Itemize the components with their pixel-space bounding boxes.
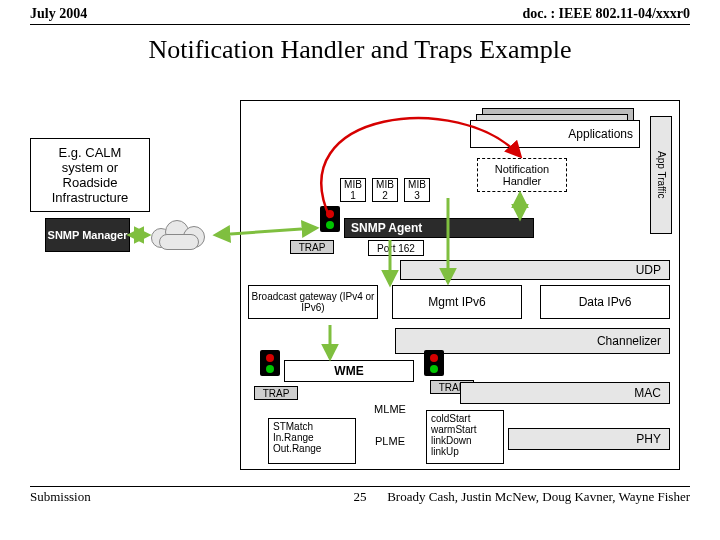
- stmatch-list: STMatch In.Range Out.Range: [268, 418, 356, 464]
- app-traffic-sidebar: App Traffic: [650, 116, 672, 234]
- trap-wme: TRAP: [254, 386, 298, 400]
- mgmt-ipv6: Mgmt IPv6: [392, 285, 522, 319]
- mac-layer: MAC: [460, 382, 670, 404]
- footer-right: Broady Cash, Justin McNew, Doug Kavner, …: [387, 489, 690, 505]
- udp-layer: UDP: [400, 260, 670, 280]
- data-ipv6: Data IPv6: [540, 285, 670, 319]
- footer-left: Submission: [30, 489, 91, 505]
- page-number: 25: [354, 489, 367, 505]
- applications-label: Applications: [568, 127, 633, 141]
- annotation-box: E.g. CALM system or Roadside Infrastruct…: [30, 138, 150, 212]
- header-rule: [30, 24, 690, 25]
- mib-3: MIB 3: [404, 178, 430, 202]
- traffic-light-wme-icon: [260, 350, 280, 376]
- diagram-stage: Applications App Traffic Notification Ha…: [30, 70, 690, 480]
- traffic-light-wme2-icon: [424, 350, 444, 376]
- mib-2: MIB 2: [372, 178, 398, 202]
- plme-label: PLME: [360, 432, 420, 450]
- broadcast-gateway: Broadcast gateway (IPv4 or IPv6): [248, 285, 378, 319]
- header-docnum: doc. : IEEE 802.11-04/xxxr0: [522, 6, 690, 22]
- trap-agent: TRAP: [290, 240, 334, 254]
- applications-box: Applications: [470, 120, 640, 148]
- wme-box: WME: [284, 360, 414, 382]
- cloud-icon: [145, 220, 215, 254]
- snmp-agent: SNMP Agent: [344, 218, 534, 238]
- page-title: Notification Handler and Traps Example: [0, 35, 720, 65]
- mlme-label: MLME: [360, 400, 420, 418]
- port-162: Port 162: [368, 240, 424, 256]
- mib-1: MIB 1: [340, 178, 366, 202]
- snmp-manager: SNMP Manager: [45, 218, 130, 252]
- phy-layer: PHY: [508, 428, 670, 450]
- notification-handler: Notification Handler: [477, 158, 567, 192]
- traffic-light-agent-icon: [320, 206, 340, 232]
- coldstart-list: coldStart warmStart linkDown linkUp: [426, 410, 504, 464]
- header-date: July 2004: [30, 6, 87, 22]
